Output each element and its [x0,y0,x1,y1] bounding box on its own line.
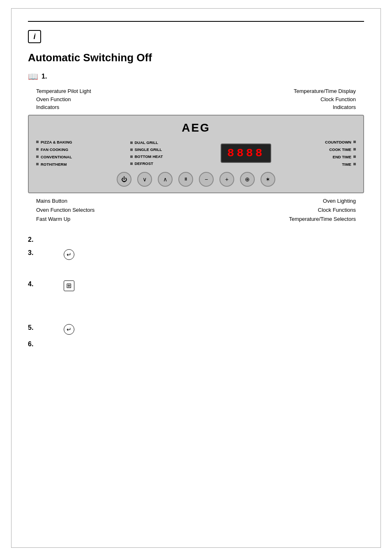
btn-plus-icon: + [225,176,228,183]
func-time: TIME [325,161,356,168]
step4-icon: ⊞ [64,280,74,291]
temp-time-sel-label: Temperature/Time Selectors [289,215,356,224]
btn-plus[interactable]: + [219,172,234,187]
func-pizza: PIZZA & BAKING [36,139,72,146]
step4-num: 4. [28,280,43,288]
btn-power-icon: ⏻ [121,176,127,183]
step1-icon: 📖 [28,72,38,81]
func-cook-time: COOK TIME [325,146,356,153]
step-5: 5. ↵ [28,324,364,335]
btn-down-icon: ∨ [143,176,147,183]
func-fan: FAN COOKING [36,146,72,153]
func-bottom-heat: BOTTOM HEAT [130,153,163,160]
btn-clock[interactable]: ⊕ [240,172,255,187]
btn-clock-icon: ⊕ [245,176,250,183]
step5-icon: ↵ [64,324,74,335]
bottom-label-left: Mains Button Oven Function Selectors Fas… [36,197,95,224]
info-icon: i [28,30,41,43]
step-4: 4. ⊞ [28,280,364,291]
step3-text: ↵ [43,249,364,260]
btn-minus[interactable]: − [199,172,214,187]
temp-time-display-label: Temperature/Time Display [294,87,356,95]
functions-left: PIZZA & BAKING FAN COOKING CONVENTIONAL … [36,139,72,168]
top-label-left: Temperature Pilot Light Oven Function In… [36,87,91,111]
clock-function-label: Clock Function [294,95,356,104]
indicators-label: Indicators [36,103,91,111]
fast-warm-label: Fast Warm Up [36,215,95,224]
oven-diagram: Temperature Pilot Light Oven Function In… [28,87,364,224]
step-3: 3. ↵ [28,249,364,260]
step4-text: ⊞ [43,280,364,291]
btn-light[interactable]: ✶ [261,172,275,187]
oven-brand: AEG [36,121,356,134]
oven-middle: PIZZA & BAKING FAN COOKING CONVENTIONAL … [36,139,356,168]
btn-power[interactable]: ⏻ [117,172,131,187]
step3-icon: ↵ [64,249,74,260]
btn-light-icon: ✶ [265,176,270,183]
oven-display: 8888 [221,144,271,163]
func-end-time: END TIME [325,153,356,160]
btn-down[interactable]: ∨ [137,172,152,187]
step6-num: 6. [28,341,43,348]
btn-up-icon: ∧ [163,176,167,183]
clock-funcs-label: Clock Functions [289,206,356,215]
oven-func-sel-label: Oven Function Selectors [36,206,95,215]
step-2: 2. [28,236,364,243]
mains-btn-label: Mains Button [36,197,95,206]
func-conventional: CONVENTIONAL [36,153,72,160]
steps-section: 2. 3. ↵ 4. ⊞ 5. [28,236,364,348]
func-defrost: DEFROST [130,160,153,167]
btn-fastwarm-icon: ⏸ [184,177,188,181]
clock-indicators-label: Indicators [294,103,356,111]
page-title: Automatic Switching Off [28,51,364,64]
step5-text: ↵ [43,324,364,335]
step3-num: 3. [28,249,43,257]
oven-lighting-label: Oven Lighting [289,197,356,206]
step5-num: 5. [28,324,43,331]
top-label-right: Temperature/Time Display Clock Function … [294,87,356,111]
func-single-grill: SINGLE GRILL [130,146,162,153]
oven-function-label: Oven Function [36,95,91,104]
functions-mid: DUAL GRILL SINGLE GRILL BOTTOM HEAT DEFR… [130,139,163,167]
page: i Automatic Switching Off 📖 1. Temperatu… [11,8,381,548]
step1-header: 📖 1. [28,72,364,81]
temp-pilot-label: Temperature Pilot Light [36,87,91,95]
oven-panel: AEG PIZZA & BAKING FAN COOKING CONVENTIO… [28,115,364,193]
step2-num: 2. [28,236,43,243]
btn-up[interactable]: ∧ [158,172,173,187]
func-countdown: COUNTDOWN [325,139,356,146]
bottom-label-right: Oven Lighting Clock Functions Temperatur… [289,197,356,224]
buttons-row: ⏻ ∨ ∧ ⏸ − + ⊕ [36,172,356,187]
functions-right: COUNTDOWN COOK TIME END TIME TIME [325,139,356,168]
func-dual-grill: DUAL GRILL [130,139,158,146]
step-6: 6. [28,341,364,348]
btn-minus-icon: − [205,176,208,183]
top-divider [28,21,364,22]
func-rothitherm: ROTHITHERM [36,161,72,168]
btn-fastwarm[interactable]: ⏸ [178,172,193,187]
step1-label: 1. [42,73,47,80]
